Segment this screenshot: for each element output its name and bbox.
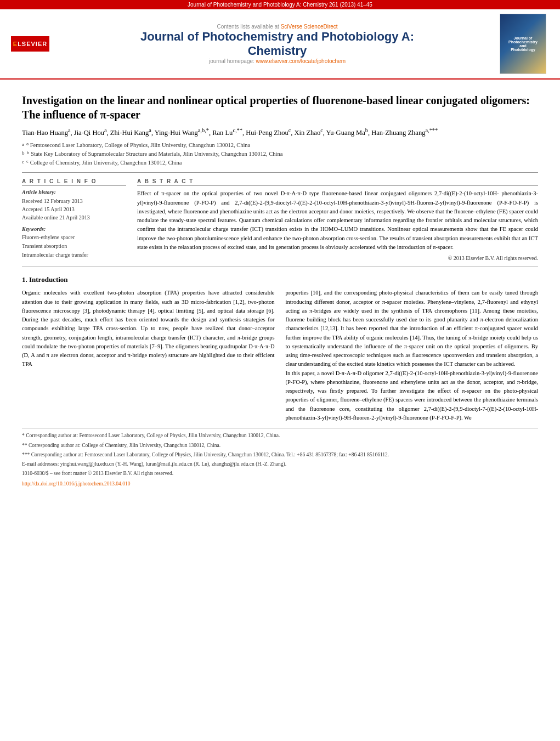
affiliation-c-text: ᶜ College of Chemistry, Jilin University… — [26, 159, 182, 167]
abstract-col: A B S T R A C T Effect of π-spacer on th… — [137, 178, 538, 261]
journal-header-center: Contents lists available at SciVerse Sci… — [55, 24, 500, 65]
keyword-3: Intramolecular charge transfer — [22, 251, 126, 259]
cover-image-text: Journal of Photochemistry and Photobiolo… — [508, 36, 538, 52]
homepage-line: journal homepage: www.elsevier.com/locat… — [55, 58, 500, 64]
homepage-label: journal homepage: — [209, 58, 254, 64]
footnote-1: * Corresponding author at: Femtosecond L… — [22, 432, 538, 439]
keyword-2: Transient absorption — [22, 242, 126, 251]
journal-citation-bar: Journal of Photochemistry and Photobiolo… — [0, 0, 560, 9]
cover-image-area: Journal of Photochemistry and Photobiolo… — [500, 14, 549, 74]
received-date: Received 12 February 2013 — [22, 197, 126, 205]
article-info-col: A R T I C L E I N F O Article history: R… — [22, 178, 126, 261]
journal-citation-text: Journal of Photochemistry and Photobiolo… — [188, 2, 372, 8]
homepage-url[interactable]: www.elsevier.com/locate/jphotochem — [256, 58, 346, 64]
affiliation-b-text: ᵇ State Key Laboratory of Supramolecular… — [27, 150, 283, 159]
sciverse-prefix: Contents lists available at — [217, 24, 279, 30]
introduction-columns: Organic molecules with excellent two-pho… — [22, 289, 538, 422]
article-history-label: Article history: — [22, 189, 126, 195]
footnote-copyright: 1010-6030/$ – see front matter © 2013 El… — [22, 470, 538, 477]
intro-right-para-2: In this paper, a novel D-π-A-π-D oligome… — [286, 369, 539, 423]
paper-title: Investigation on the linear and nonlinea… — [22, 93, 538, 122]
accepted-date: Accepted 15 April 2013 — [22, 205, 126, 213]
authors-line: Tian-Hao Huanga, Jia-Qi Houa, Zhi-Hui Ka… — [22, 126, 538, 138]
journal-title-line2: Chemistry — [248, 44, 307, 58]
available-date: Available online 21 April 2013 — [22, 213, 126, 222]
abstract-divider — [22, 267, 538, 267]
article-info-title: A R T I C L E I N F O — [22, 178, 126, 186]
intro-left-para: Organic molecules with excellent two-pho… — [22, 289, 275, 369]
intro-right-col: properties [10], and the corresponding p… — [286, 289, 539, 422]
elsevier-logo-box: ELSEVIER — [11, 36, 49, 52]
abstract-title: A B S T R A C T — [137, 178, 538, 186]
affiliation-c: c ᶜ College of Chemistry, Jilin Universi… — [22, 159, 538, 167]
keywords-label: Keywords: — [22, 226, 126, 232]
section-label: Introduction — [29, 275, 68, 284]
footnote-3: *** Corresponding author at: Femtosecond… — [22, 451, 538, 459]
elsevier-logo-area: ELSEVIER — [11, 36, 55, 52]
sciverse-line: Contents lists available at SciVerse Sci… — [55, 24, 500, 30]
abstract-text: Effect of π-spacer on the optical proper… — [137, 189, 538, 252]
affiliation-b: b ᵇ State Key Laboratory of Supramolecul… — [22, 150, 538, 159]
journal-title-line1: Journal of Photochemistry and Photobiolo… — [140, 30, 414, 43]
section-number: 1. — [22, 275, 27, 284]
introduction-section-title: 1. Introduction — [22, 275, 538, 284]
elsevier-logo-icon: ELSEVIER — [13, 41, 47, 47]
cover-image: Journal of Photochemistry and Photobiolo… — [500, 14, 546, 74]
affiliation-a: a ᵃ Femtosecond Laser Laboratory, Colleg… — [22, 141, 538, 150]
keyword-1: Fluoren-ethylene spacer — [22, 233, 126, 242]
info-abstract-columns: A R T I C L E I N F O Article history: R… — [22, 178, 538, 261]
doi-link[interactable]: http://dx.doi.org/10.1016/j.jphotochem.2… — [22, 480, 538, 488]
footnote-email: E-mail addresses: yinghui.wang@jlu.edu.c… — [22, 460, 538, 468]
intro-right-para-1: properties [10], and the corresponding p… — [286, 289, 539, 369]
abstract-copyright: © 2013 Elsevier B.V. All rights reserved… — [137, 255, 538, 261]
journal-title: Journal of Photochemistry and Photobiolo… — [55, 30, 500, 59]
sciverse-link[interactable]: SciVerse ScienceDirect — [281, 24, 338, 30]
affiliations: a ᵃ Femtosecond Laser Laboratory, Colleg… — [22, 141, 538, 167]
journal-header: ELSEVIER Contents lists available at Sci… — [0, 9, 560, 80]
title-divider — [22, 172, 538, 173]
footnote-2: ** Corresponding author at: College of C… — [22, 442, 538, 449]
intro-left-col: Organic molecules with excellent two-pho… — [22, 289, 275, 422]
main-content: Investigation on the linear and nonlinea… — [0, 80, 560, 499]
footnote-area: * Corresponding author at: Femtosecond L… — [22, 428, 538, 488]
affiliation-a-text: ᵃ Femtosecond Laser Laboratory, College … — [26, 141, 250, 150]
